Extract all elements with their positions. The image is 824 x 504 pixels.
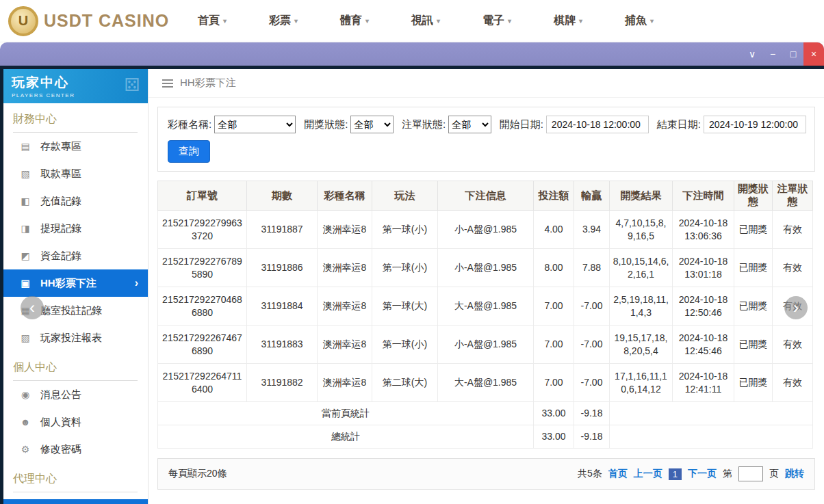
cell-result: 4,7,10,15,8,9,16,5	[610, 211, 673, 249]
sidebar-item-label: 提現記錄	[40, 222, 81, 235]
sidebar-item-profile[interactable]: ☻個人資料	[3, 408, 148, 436]
lottery-name-select[interactable]: 全部	[214, 116, 296, 133]
chevron-down-icon: ▾	[294, 17, 298, 25]
cell-result: 19,15,17,18,8,20,5,4	[610, 326, 673, 364]
main-area: 玩家中心 PLAYERS CENTER ⚄ 財務中心▤存款專區▧取款專區◧充值記…	[0, 66, 824, 504]
nav-item-label: 體育	[340, 14, 362, 28]
end-date-input[interactable]	[704, 116, 806, 133]
nav-item-label: 捕魚	[625, 14, 647, 28]
filter-panel: 彩種名稱: 全部 開獎狀態: 全部 注單狀態: 全部 開始日期: 結束日期: 查…	[157, 107, 815, 172]
chevron-down-icon: ▾	[508, 17, 511, 25]
recharge-record-icon: ◧	[20, 196, 31, 207]
cell-bet_info: 大-A盤@1.985	[438, 364, 534, 402]
maximize-icon[interactable]: □	[783, 42, 803, 66]
page-size-text: 每頁顯示20條	[168, 468, 227, 480]
total-summary-label: 總統計	[158, 425, 534, 449]
page-jump-input[interactable]	[738, 466, 763, 481]
cell-lottery: 澳洲幸运8	[318, 211, 372, 249]
cell-play: 第一球(小)	[372, 326, 438, 364]
nav-item-lottery[interactable]: 彩票▾	[248, 14, 319, 28]
total-summary-row: 總統計33.00-9.18	[158, 425, 813, 449]
page-summary-row: 當前頁統計33.00-9.18	[158, 402, 813, 425]
nav-item-label: 視訊	[411, 14, 433, 28]
cell-draw_status: 已開獎	[734, 326, 773, 364]
cell-win_loss: -7.00	[574, 287, 610, 326]
nav-item-sports[interactable]: 體育▾	[319, 14, 390, 28]
cell-order_no: 2152172922674676890	[158, 326, 247, 364]
draw-status-select[interactable]: 全部	[350, 116, 394, 133]
table-row: 215217292270468688031191884澳洲幸运8第一球(大)大-…	[158, 287, 813, 326]
sidebar-title: 玩家中心	[12, 74, 140, 92]
cell-bet_info: 小-A盤@1.985	[438, 326, 534, 364]
cell-win_loss: 3.94	[574, 211, 610, 249]
collapse-chevron-icon[interactable]: ∨	[742, 42, 762, 66]
cell-play: 第一球(小)	[372, 211, 438, 249]
column-header: 彩種名稱	[318, 181, 372, 211]
cell-amount: 7.00	[534, 287, 574, 326]
prev-page-link[interactable]: 上一页	[634, 468, 662, 480]
current-page-badge[interactable]: 1	[669, 468, 682, 480]
table-row: 215217292264711640031191882澳洲幸运8第二球(大)大-…	[158, 364, 813, 402]
cell-bet_time: 2024-10-18 12:41:11	[673, 364, 734, 402]
cell-play: 第二球(大)	[372, 364, 438, 402]
nav-item-home[interactable]: 首頁▾	[177, 14, 248, 28]
withdraw-icon: ▧	[20, 168, 31, 179]
nav-item-cards[interactable]: 棋牌▾	[532, 14, 604, 28]
cell-bet_status: 有效	[773, 211, 813, 249]
cell-order_no: 2152172922767895890	[158, 249, 247, 287]
scroll-left-button[interactable]: ‹	[21, 296, 44, 319]
bet-status-select[interactable]: 全部	[448, 116, 491, 133]
sidebar-item-label: 個人資料	[40, 416, 81, 429]
nav-item-fishing[interactable]: 捕魚▾	[604, 14, 675, 28]
sidebar-item-withdraw[interactable]: ▧取款專區	[3, 160, 148, 187]
logo[interactable]: U USDT CASINO	[0, 6, 177, 36]
top-navbar: U USDT CASINO 首頁▾彩票▾體育▾視訊▾電子▾棋牌▾捕魚▾	[0, 0, 824, 42]
sidebar-item-deposit[interactable]: ▤存款專區	[3, 133, 148, 160]
menu-toggle-icon[interactable]	[162, 79, 173, 88]
column-header: 投注額	[534, 181, 574, 211]
cell-bet_status: 有效	[773, 364, 813, 402]
sidebar-item-recharge-record[interactable]: ◧充值記錄	[3, 187, 148, 215]
nav-item-label: 電子	[482, 14, 504, 28]
cell-amount: 7.00	[534, 326, 574, 364]
nav-item-label: 棋牌	[554, 14, 576, 28]
cell-amount: 7.00	[534, 364, 574, 402]
sidebar-item-hh-lottery-bets[interactable]: ▣HH彩票下注›	[3, 269, 148, 297]
sidebar-item-label: 存款專區	[40, 140, 81, 153]
column-header: 開獎狀態	[734, 181, 773, 211]
sidebar-item-cashout-record[interactable]: ◨提現記錄	[3, 215, 148, 242]
chevron-right-icon: ›	[135, 277, 138, 289]
pagination-bar: 每頁顯示20條 共5条 首页 上一页 1 下一页 第 页 跳转	[157, 458, 815, 490]
page-summary-label: 當前頁統計	[158, 402, 534, 425]
sidebar-item-label: 資金記錄	[40, 250, 81, 263]
nav-item-slots[interactable]: 電子▾	[461, 14, 532, 28]
cell-bet_status: 有效	[773, 326, 813, 364]
pager: 共5条 首页 上一页 1 下一页 第 页 跳转	[578, 466, 804, 481]
start-date-input[interactable]	[546, 116, 649, 133]
sidebar-item-label: 玩家投注報表	[40, 332, 102, 345]
scroll-right-button[interactable]: ›	[784, 296, 808, 319]
total-summary-winloss: -9.18	[574, 425, 610, 449]
next-page-link[interactable]: 下一页	[688, 468, 717, 480]
search-button[interactable]: 查詢	[168, 140, 210, 163]
agent-center-submenu-partial	[3, 499, 148, 504]
sidebar-item-player-bet-report[interactable]: ▨玩家投注報表	[3, 324, 148, 352]
sidebar-section-label: 財務中心	[13, 112, 138, 133]
sidebar-item-label: 修改密碼	[40, 443, 81, 456]
sidebar-item-funds-record[interactable]: ◩資金記錄	[3, 242, 148, 269]
sidebar-item-change-password[interactable]: ⚙修改密碼	[3, 436, 148, 463]
column-header: 訂單號	[158, 181, 247, 211]
minimize-icon[interactable]: −	[762, 42, 783, 66]
sidebar-item-announcements[interactable]: ◉消息公告	[3, 381, 148, 408]
cell-period: 31191882	[247, 364, 318, 402]
nav-item-label: 彩票	[269, 14, 291, 28]
cell-period: 31191886	[247, 249, 318, 287]
jump-button[interactable]: 跳转	[785, 468, 804, 480]
dice-decoration-icon: ⚄	[124, 75, 140, 96]
cell-bet_info: 小-A盤@1.985	[438, 249, 534, 287]
close-icon[interactable]: ×	[803, 42, 824, 66]
end-date-label: 結束日期:	[657, 118, 701, 131]
cell-amount: 4.00	[534, 211, 574, 249]
nav-item-live-video[interactable]: 視訊▾	[390, 14, 461, 28]
first-page-link[interactable]: 首页	[608, 468, 628, 480]
